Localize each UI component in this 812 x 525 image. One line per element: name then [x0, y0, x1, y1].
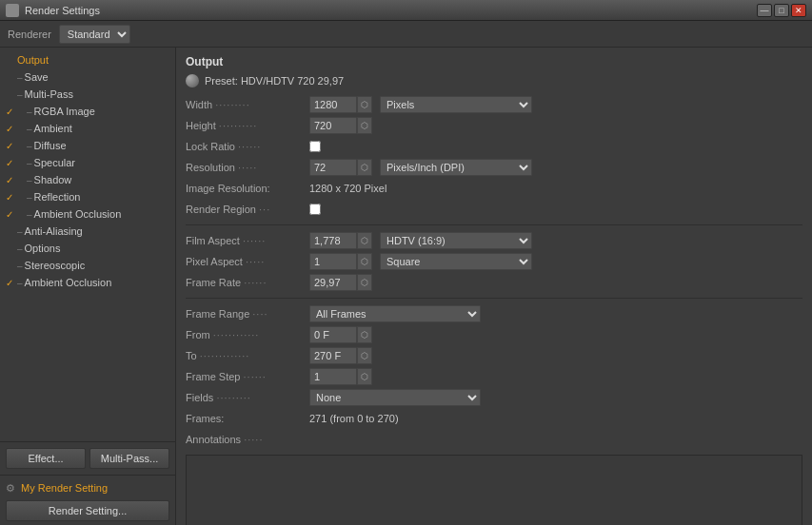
frame-step-input[interactable] — [309, 368, 357, 385]
window-title: Render Settings — [25, 5, 100, 16]
check-rgba: ✓ — [4, 106, 15, 117]
sidebar-item-diffuse[interactable]: ✓ – Diffuse — [0, 137, 175, 154]
lock-ratio-checkbox[interactable] — [309, 141, 321, 152]
resolution-unit-select[interactable]: Pixels/Inch (DPI) — [380, 159, 532, 176]
sidebar-item-ambient[interactable]: ✓ – Ambient — [0, 120, 175, 137]
sidebar-item-rgba[interactable]: ✓ – RGBA Image — [0, 103, 175, 120]
toolbar: Renderer Standard — [0, 21, 812, 48]
sidebar-item-stereoscopic[interactable]: – Stereoscopic — [0, 257, 175, 274]
sidebar-item-reflection[interactable]: ✓ – Reflection — [0, 188, 175, 205]
sidebar-item-multi-pass[interactable]: – Multi-Pass — [0, 86, 175, 103]
frame-step-label: Frame Step ······ — [186, 371, 309, 382]
sidebar-item-ao[interactable]: ✓ – Ambient Occlusion — [0, 274, 175, 291]
sidebar-item-anti-aliasing[interactable]: – Anti-Aliasing — [0, 223, 175, 240]
app-icon — [6, 4, 19, 17]
width-input[interactable]: 1280 — [309, 96, 357, 113]
multi-pass-button[interactable]: Multi-Pass... — [89, 448, 169, 469]
fields-row: Fields ········· None — [186, 388, 802, 407]
height-label: Height ·········· — [186, 120, 309, 131]
width-row: Width ········· 1280 ⬡ Pixels — [186, 95, 802, 114]
width-unit-select[interactable]: Pixels — [380, 96, 532, 113]
label-aa: Anti-Aliasing — [25, 225, 83, 237]
pixel-aspect-label: Pixel Aspect ····· — [186, 256, 309, 267]
annotations-area[interactable] — [186, 455, 802, 525]
fields-select[interactable]: None — [309, 389, 481, 406]
to-input[interactable] — [309, 347, 357, 364]
width-label: Width ········· — [186, 99, 309, 110]
preset-dot-icon[interactable] — [186, 74, 199, 88]
sidebar-item-shadow[interactable]: ✓ – Shadow — [0, 171, 175, 188]
to-row: To ············· ⬡ — [186, 346, 802, 365]
film-aspect-input-group: ⬡ — [309, 232, 372, 249]
height-row: Height ·········· ⬡ — [186, 116, 802, 135]
resolution-row: Resolution ····· ⬡ Pixels/Inch (DPI) — [186, 158, 802, 177]
width-spinner[interactable]: ⬡ — [357, 96, 372, 113]
check-save — [4, 71, 15, 83]
pixel-aspect-spinner[interactable]: ⬡ — [357, 253, 372, 270]
sidebar-item-ao-mp[interactable]: ✓ – Ambient Occlusion — [0, 205, 175, 223]
resolution-input[interactable] — [309, 159, 357, 176]
to-input-group: ⬡ — [309, 347, 372, 364]
frame-rate-spinner[interactable]: ⬡ — [357, 274, 372, 291]
pixel-aspect-select[interactable]: Square — [380, 253, 532, 270]
sidebar: Output – Save – Multi-Pass ✓ — [0, 48, 176, 525]
image-resolution-value: 1280 x 720 Pixel — [309, 183, 386, 194]
from-input[interactable] — [309, 326, 357, 343]
height-input[interactable] — [309, 117, 357, 134]
check-output — [4, 54, 15, 66]
check-stereo — [4, 260, 15, 271]
label-specular: Specular — [34, 157, 75, 168]
render-region-label: Render Region ··· — [186, 204, 309, 215]
resolution-spinner[interactable]: ⬡ — [357, 159, 372, 176]
close-button[interactable]: ✕ — [791, 4, 806, 17]
frame-step-row: Frame Step ······ ⬡ — [186, 367, 802, 386]
check-multi-pass — [4, 88, 15, 100]
frames-count-row: Frames: 271 (from 0 to 270) — [186, 409, 802, 428]
label-output: Output — [17, 54, 49, 66]
minimize-button[interactable]: — — [757, 4, 772, 17]
frames-count-value: 271 (from 0 to 270) — [309, 413, 399, 424]
from-label: From ············ — [186, 329, 309, 340]
sidebar-item-output[interactable]: Output — [0, 51, 175, 68]
maximize-button[interactable]: □ — [774, 4, 789, 17]
label-multi-pass: Multi-Pass — [25, 88, 73, 100]
from-spinner[interactable]: ⬡ — [357, 326, 372, 343]
film-aspect-select[interactable]: HDTV (16:9) — [380, 232, 532, 249]
label-ao: Ambient Occlusion — [25, 277, 112, 288]
image-resolution-row: Image Resolution: 1280 x 720 Pixel — [186, 179, 802, 198]
film-aspect-spinner[interactable]: ⬡ — [357, 232, 372, 249]
sidebar-item-specular[interactable]: ✓ – Specular — [0, 154, 175, 171]
render-setting-item[interactable]: ⚙ My Render Setting — [6, 479, 169, 496]
title-bar-left: Render Settings — [6, 4, 100, 17]
height-input-group: ⬡ — [309, 117, 372, 134]
pixel-aspect-input[interactable] — [309, 253, 357, 270]
film-aspect-input[interactable] — [309, 232, 357, 249]
render-setting-button[interactable]: Render Setting... — [6, 500, 169, 521]
effect-button[interactable]: Effect... — [6, 448, 86, 469]
label-stereo: Stereoscopic — [25, 260, 86, 271]
panel-title: Output — [186, 55, 802, 68]
check-ao-mp: ✓ — [4, 208, 15, 220]
gear-icon: ⚙ — [6, 482, 17, 494]
sidebar-item-save[interactable]: – Save — [0, 68, 175, 86]
frame-step-spinner[interactable]: ⬡ — [357, 368, 372, 385]
to-spinner[interactable]: ⬡ — [357, 347, 372, 364]
render-region-checkbox[interactable] — [309, 204, 321, 215]
content-area: Output – Save – Multi-Pass ✓ — [0, 48, 812, 525]
sidebar-list: Output – Save – Multi-Pass ✓ — [0, 48, 175, 441]
height-spinner[interactable]: ⬡ — [357, 117, 372, 134]
sidebar-item-options[interactable]: – Options — [0, 240, 175, 257]
lock-ratio-row: Lock Ratio ······ — [186, 137, 802, 156]
frame-rate-input-group: ⬡ — [309, 274, 372, 291]
from-input-group: ⬡ — [309, 326, 372, 343]
check-diffuse: ✓ — [4, 140, 15, 151]
frame-rate-input[interactable] — [309, 274, 357, 291]
renderer-select[interactable]: Standard — [59, 25, 130, 44]
right-panel: Output Preset: HDV/HDTV 720 29,97 Width … — [176, 48, 812, 525]
film-aspect-row: Film Aspect ······ ⬡ HDTV (16:9) — [186, 231, 802, 250]
frame-rate-row: Frame Rate ······ ⬡ — [186, 273, 802, 292]
resolution-label: Resolution ····· — [186, 162, 309, 173]
check-shadow: ✓ — [4, 174, 15, 185]
frame-range-select[interactable]: All Frames — [309, 305, 481, 322]
main-container: Renderer Standard Output – Save — [0, 21, 812, 525]
